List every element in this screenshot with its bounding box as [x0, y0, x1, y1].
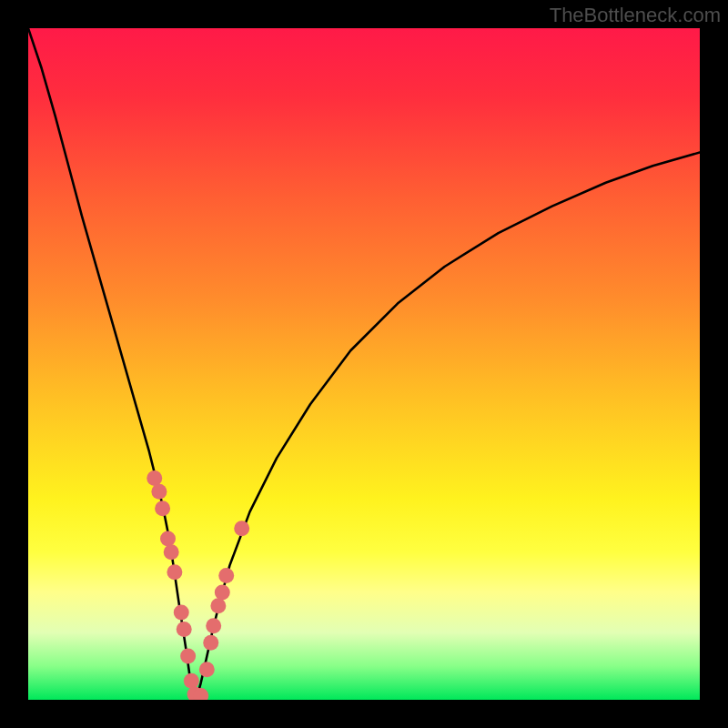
scatter-dot	[184, 673, 199, 689]
scatter-dot	[203, 635, 218, 651]
chart-frame: TheBottleneck.com	[0, 0, 728, 728]
scatter-dot	[160, 531, 176, 546]
scatter-dot	[174, 605, 189, 621]
scatter-dot	[177, 622, 192, 637]
scatter-dot	[210, 598, 226, 613]
scatter-dot	[215, 584, 230, 600]
scatter-dot	[155, 500, 170, 516]
scatter-dot	[218, 568, 234, 583]
scatter-dot	[234, 521, 249, 536]
chart-svg	[28, 28, 700, 700]
scatter-dot	[147, 470, 162, 486]
scatter-dot	[167, 564, 182, 580]
scatter-dot	[164, 544, 179, 560]
scatter-dot	[206, 618, 221, 633]
scatter-dot	[180, 649, 196, 664]
scatter-dot	[151, 484, 167, 500]
gradient-background	[28, 28, 700, 700]
watermark-text: TheBottleneck.com	[550, 4, 721, 27]
scatter-dot	[199, 662, 215, 677]
plot-area	[28, 28, 700, 700]
